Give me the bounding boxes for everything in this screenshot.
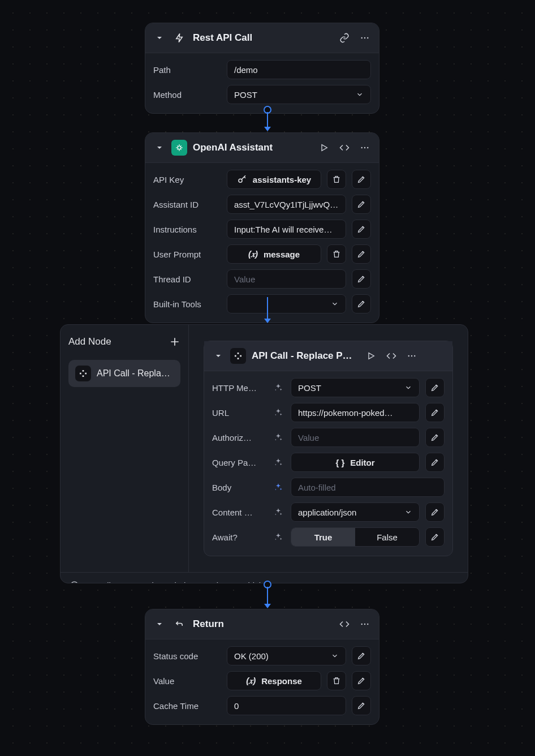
- await-label: Await?: [212, 532, 266, 542]
- container-sidebar: Add Node API Call - Replac…: [61, 325, 189, 572]
- more-icon[interactable]: [359, 32, 371, 44]
- canvas[interactable]: Rest API Call Path /demo Method POST: [0, 0, 535, 756]
- sidebar-item-label: API Call - Replac…: [97, 368, 174, 379]
- sparkle-icon[interactable]: [271, 458, 285, 467]
- value-input[interactable]: (𝑥) Response: [227, 671, 321, 690]
- code-icon[interactable]: [385, 350, 398, 362]
- cache-time-input[interactable]: 0: [227, 696, 346, 715]
- assistant-id-input[interactable]: asst_V7LcVQy1ITjLjjwvQ…: [227, 195, 346, 214]
- svg-point-1: [364, 37, 365, 38]
- node-api-call[interactable]: API Call - Replace P…: [204, 341, 453, 556]
- edit-button[interactable]: [425, 403, 445, 422]
- connector: [267, 587, 268, 604]
- chevron-down-icon: [356, 91, 364, 98]
- svg-rect-11: [83, 375, 84, 377]
- sparkle-icon[interactable]: [271, 508, 285, 517]
- play-icon[interactable]: [318, 141, 330, 154]
- node-header[interactable]: API Call - Replace P…: [204, 341, 452, 371]
- svg-point-0: [361, 37, 363, 38]
- await-toggle[interactable]: True False: [291, 527, 420, 547]
- more-icon[interactable]: [359, 618, 371, 630]
- authorization-input[interactable]: Value: [291, 428, 420, 447]
- edit-button[interactable]: [352, 220, 371, 239]
- node-title: OpenAI Assistant: [193, 142, 312, 153]
- delete-button[interactable]: [327, 244, 346, 264]
- content-type-select[interactable]: application/json: [291, 502, 420, 522]
- svg-point-19: [71, 582, 78, 583]
- edit-button[interactable]: [352, 195, 371, 214]
- svg-point-2: [367, 37, 368, 38]
- learn-more-link[interactable]: Learn more.: [330, 581, 376, 583]
- thread-id-input[interactable]: Value: [227, 269, 346, 289]
- http-method-select[interactable]: POST: [291, 378, 420, 397]
- delete-button[interactable]: [327, 170, 346, 189]
- apikey-label: API Key: [153, 175, 221, 184]
- delete-button[interactable]: [327, 671, 346, 690]
- variable-icon: (𝑥): [246, 676, 256, 686]
- edit-button[interactable]: [352, 646, 371, 665]
- arrow-head-icon: [264, 604, 271, 608]
- node-rest-api[interactable]: Rest API Call Path /demo Method POST: [145, 23, 379, 114]
- braces-icon: { }: [335, 458, 344, 467]
- instructions-label: Instructions: [153, 225, 221, 234]
- connector: [267, 112, 268, 127]
- link-icon[interactable]: [338, 32, 351, 44]
- key-icon: [237, 174, 247, 184]
- node-header[interactable]: Rest API Call: [145, 23, 379, 53]
- sparkle-icon[interactable]: [271, 433, 285, 442]
- method-label: Method: [153, 90, 221, 100]
- node-return[interactable]: Return Status code OK (200) Value: [145, 609, 379, 725]
- query-params-editor[interactable]: { } Editor: [291, 453, 420, 472]
- builtin-tools-select[interactable]: [227, 294, 346, 313]
- play-icon[interactable]: [365, 350, 377, 362]
- await-true[interactable]: True: [291, 528, 355, 546]
- node-header[interactable]: OpenAI Assistant: [145, 133, 379, 163]
- sparkle-icon[interactable]: [271, 408, 285, 417]
- edit-button[interactable]: [425, 428, 445, 447]
- variable-icon: (𝑥): [248, 249, 258, 259]
- sparkle-icon[interactable]: [271, 532, 285, 542]
- sparkle-icon[interactable]: [271, 483, 285, 492]
- edit-button[interactable]: [425, 527, 445, 547]
- edit-button[interactable]: [352, 671, 371, 690]
- edit-button[interactable]: [352, 696, 371, 715]
- node-title: API Call - Replace P…: [252, 350, 359, 362]
- user-prompt-input[interactable]: (𝑥) message: [227, 244, 321, 264]
- add-node-button[interactable]: Add Node: [68, 334, 180, 352]
- svg-point-16: [408, 355, 409, 356]
- node-header[interactable]: Return: [145, 609, 379, 639]
- svg-rect-10: [85, 373, 87, 375]
- instructions-input[interactable]: Input:The AI will receive…: [227, 220, 346, 239]
- collapse-caret[interactable]: [153, 32, 166, 44]
- url-input[interactable]: https://pokemon-poked…: [291, 403, 420, 422]
- svg-point-4: [361, 147, 363, 148]
- return-icon: [171, 616, 187, 632]
- sparkle-icon[interactable]: [271, 383, 285, 392]
- edit-button[interactable]: [425, 378, 445, 397]
- code-icon[interactable]: [338, 141, 351, 154]
- assistant-id-label: Assistant ID: [153, 200, 221, 209]
- edit-button[interactable]: [352, 170, 371, 189]
- collapse-caret[interactable]: [153, 141, 166, 154]
- query-params-label: Query Pa…: [212, 458, 266, 467]
- edit-button[interactable]: [352, 244, 371, 264]
- collapse-caret[interactable]: [212, 350, 225, 362]
- code-icon[interactable]: [338, 618, 351, 630]
- method-select[interactable]: POST: [227, 85, 371, 104]
- edit-button[interactable]: [352, 269, 371, 289]
- node-openai-assistant[interactable]: OpenAI Assistant API Key: [145, 132, 379, 323]
- node-loop-container[interactable]: Add Node API Call - Replac…: [60, 324, 468, 583]
- svg-point-6: [367, 147, 368, 148]
- collapse-caret[interactable]: [153, 618, 166, 630]
- path-input[interactable]: /demo: [227, 60, 371, 79]
- sidebar-item-api-call[interactable]: API Call - Replac…: [68, 360, 180, 387]
- edit-button[interactable]: [352, 294, 371, 313]
- status-code-label: Status code: [153, 651, 221, 661]
- edit-button[interactable]: [425, 453, 445, 472]
- apikey-input[interactable]: assistants-key: [227, 170, 321, 189]
- more-icon[interactable]: [359, 141, 371, 154]
- status-code-select[interactable]: OK (200): [227, 646, 346, 665]
- edit-button[interactable]: [425, 502, 445, 522]
- more-icon[interactable]: [405, 350, 418, 362]
- await-false[interactable]: False: [355, 528, 419, 546]
